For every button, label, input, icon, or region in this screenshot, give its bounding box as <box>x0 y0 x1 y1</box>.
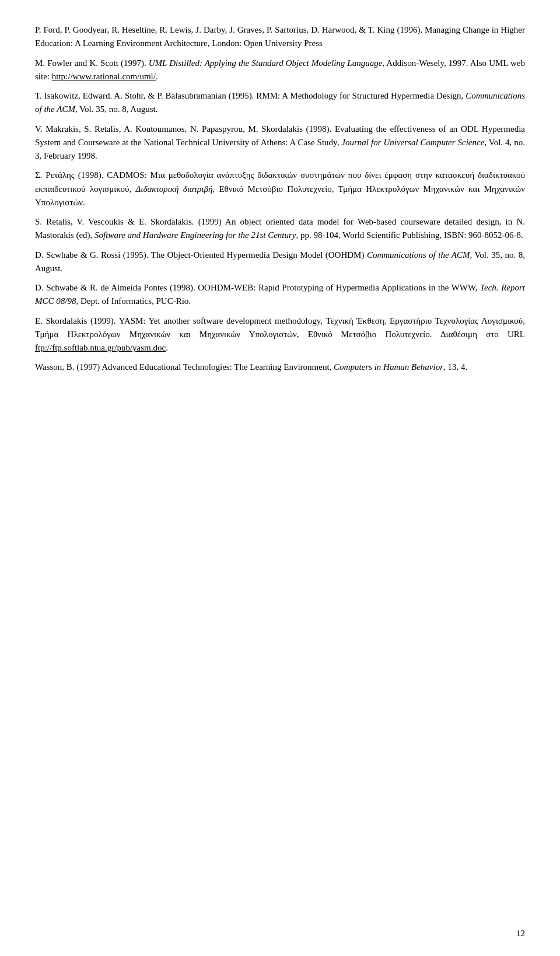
yasm-link[interactable]: ftp://ftp.softlab.ntua.gr/pub/yasm.doc <box>35 343 166 352</box>
reference-item: M. Fowler and K. Scott (1997). UML Disti… <box>35 57 525 84</box>
ref-text: Wasson, B. (1997) Advanced Educational T… <box>35 362 467 372</box>
reference-item: E. Skordalakis (1999). YASM: Yet another… <box>35 314 525 355</box>
ref-text: S. Retalis, V. Vescoukis & E. Skordalaki… <box>35 217 525 240</box>
reference-item: V. Makrakis, S. Retalis, A. Koutoumanos,… <box>35 122 525 163</box>
reference-item: T. Isakowitz, Edward. A. Stohr, & P. Bal… <box>35 89 525 117</box>
reference-item: D. Scwhabe & G. Rossi (1995). The Object… <box>35 248 525 276</box>
page-number: 12 <box>516 929 525 939</box>
reference-item: D. Schwabe & R. de Almeida Pontes (1998)… <box>35 281 525 309</box>
reference-item: Wasson, B. (1997) Advanced Educational T… <box>35 360 525 374</box>
ref-text: T. Isakowitz, Edward. A. Stohr, & P. Bal… <box>35 91 525 114</box>
ref-text: M. Fowler and K. Scott (1997). UML Disti… <box>35 58 525 81</box>
ref-text: D. Scwhabe & G. Rossi (1995). The Object… <box>35 250 525 273</box>
ref-text: V. Makrakis, S. Retalis, A. Koutoumanos,… <box>35 124 525 161</box>
reference-item: P. Ford, P. Goodyear, R. Heseltine, R. L… <box>35 23 525 51</box>
ref-text: D. Schwabe & R. de Almeida Pontes (1998)… <box>35 283 525 306</box>
reference-item: S. Retalis, V. Vescoukis & E. Skordalaki… <box>35 215 525 243</box>
reference-item: Σ. Ρετάλης (1998). CADMOS: Μια μεθοδολογ… <box>35 169 525 209</box>
ref-text: Σ. Ρετάλης (1998). CADMOS: Μια μεθοδολογ… <box>35 170 525 207</box>
page-content: P. Ford, P. Goodyear, R. Heseltine, R. L… <box>35 23 525 374</box>
uml-link[interactable]: http://www.rational.com/uml/ <box>52 72 156 81</box>
ref-text: E. Skordalakis (1999). YASM: Yet another… <box>35 316 525 353</box>
ref-text: P. Ford, P. Goodyear, R. Heseltine, R. L… <box>35 25 525 48</box>
